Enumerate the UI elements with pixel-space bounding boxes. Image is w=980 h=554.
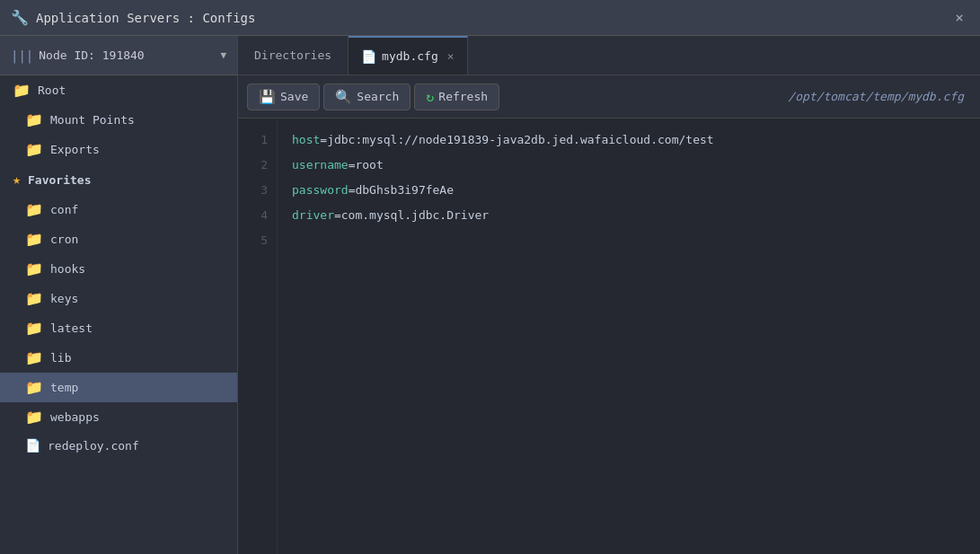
code-key: driver <box>292 206 334 225</box>
title-bar-close-button[interactable]: × <box>949 7 969 28</box>
refresh-icon: ↻ <box>426 89 434 105</box>
code-eq: = <box>334 206 341 225</box>
code-val: com.mysql.jdbc.Driver <box>341 206 489 225</box>
sidebar-item-label: latest <box>50 321 93 335</box>
dropdown-arrow-icon: ▼ <box>220 49 226 61</box>
sidebar-item-temp[interactable]: 📁temp <box>0 373 237 402</box>
sidebar-item-label: Exports <box>50 143 100 156</box>
folder-icon: 📁 <box>25 231 43 248</box>
sidebar: ||| Node ID: 191840 ▼ 📁Root📁Mount Points… <box>0 36 238 554</box>
file-icon: 📄 <box>25 438 40 453</box>
tab-directories-label: Directories <box>254 48 331 62</box>
title-bar-text: Application Servers : Configs <box>36 11 942 25</box>
sidebar-item-keys[interactable]: 📁keys <box>0 284 237 313</box>
line-number: 3 <box>238 178 277 203</box>
line-number: 2 <box>238 153 277 178</box>
sidebar-item-lib[interactable]: 📁lib <box>0 343 237 373</box>
sidebar-item-redeploy-conf[interactable]: 📄redeploy.conf <box>0 432 237 459</box>
sidebar-item-label: conf <box>50 203 78 216</box>
code-val: dbGhsb3i97feAe <box>355 180 454 200</box>
folder-icon: 📁 <box>25 201 43 218</box>
sidebar-item-webapps[interactable]: 📁webapps <box>0 402 237 432</box>
save-label: Save <box>280 90 308 103</box>
sidebar-item-latest[interactable]: 📁latest <box>0 313 237 343</box>
sidebar-item-mount-points[interactable]: 📁Mount Points <box>0 105 237 135</box>
tab-file-close-button[interactable]: × <box>447 49 455 63</box>
sidebar-item-exports[interactable]: 📁Exports <box>0 135 237 164</box>
editor-area: 12345 host=jdbc:mysql://node191839-java2… <box>238 119 980 554</box>
code-line: driver=com.mysql.jdbc.Driver <box>292 203 966 228</box>
folder-icon: 📁 <box>25 320 43 337</box>
sidebar-item-label: lib <box>50 351 71 365</box>
sidebar-item-label: temp <box>50 381 78 394</box>
sidebar-item-label: redeploy.conf <box>48 439 139 453</box>
code-key: host <box>292 130 320 150</box>
node-selector-text: Node ID: 191840 <box>39 48 215 62</box>
folder-icon: 📁 <box>13 82 31 99</box>
line-number: 5 <box>238 228 277 253</box>
folder-icon: 📁 <box>25 141 43 158</box>
sidebar-item-conf[interactable]: 📁conf <box>0 195 237 224</box>
sidebar-header-favorites-header: ★Favorites <box>0 164 237 195</box>
sidebar-item-label: webapps <box>50 410 100 424</box>
sidebar-tree: 📁Root📁Mount Points📁Exports★Favorites📁con… <box>0 75 237 459</box>
node-selector[interactable]: ||| Node ID: 191840 ▼ <box>0 36 237 75</box>
file-path: /opt/tomcat/temp/mydb.cfg <box>503 90 971 103</box>
code-val: root <box>355 155 383 175</box>
favorites-star-icon: ★ <box>13 171 21 188</box>
code-line: password=dbGhsb3i97feAe <box>292 178 966 203</box>
sidebar-item-label: Mount Points <box>50 113 135 127</box>
line-number: 4 <box>238 203 277 228</box>
sidebar-item-label: cron <box>50 233 78 246</box>
main-container: ||| Node ID: 191840 ▼ 📁Root📁Mount Points… <box>0 36 980 554</box>
sidebar-item-root[interactable]: 📁Root <box>0 75 237 105</box>
folder-icon: 📁 <box>25 111 43 128</box>
refresh-label: Refresh <box>438 90 488 103</box>
code-content[interactable]: host=jdbc:mysql://node191839-java2db.jed… <box>278 119 980 554</box>
folder-icon: 📁 <box>25 290 43 307</box>
folder-icon: 📁 <box>25 409 43 426</box>
search-label: Search <box>357 90 399 103</box>
line-numbers: 12345 <box>238 119 278 554</box>
code-line: username=root <box>292 153 966 178</box>
tab-bar: Directories 📄 mydb.cfg × <box>238 36 980 75</box>
sidebar-item-label: keys <box>50 292 78 305</box>
title-bar: 🔧 Application Servers : Configs × <box>0 0 980 36</box>
code-eq: = <box>320 130 327 150</box>
code-key: username <box>292 155 349 175</box>
sidebar-item-hooks[interactable]: 📁hooks <box>0 254 237 284</box>
code-line <box>292 228 966 253</box>
folder-icon: 📁 <box>25 379 43 396</box>
code-eq: = <box>349 180 356 200</box>
code-line: host=jdbc:mysql://node191839-java2db.jed… <box>292 128 966 153</box>
search-button[interactable]: 🔍 Search <box>323 84 411 110</box>
node-selector-icon: ||| <box>11 48 33 63</box>
refresh-button[interactable]: ↻ Refresh <box>414 84 499 110</box>
code-val: jdbc:mysql://node191839-java2db.jed.wafa… <box>327 130 713 150</box>
tab-file-icon: 📄 <box>361 49 376 64</box>
save-button[interactable]: 💾 Save <box>247 84 320 110</box>
tab-directories[interactable]: Directories <box>238 36 349 75</box>
sidebar-item-label: hooks <box>50 262 85 276</box>
code-key: password <box>292 180 349 200</box>
folder-icon: 📁 <box>25 260 43 277</box>
save-icon: 💾 <box>259 89 276 105</box>
sidebar-item-label: Root <box>38 84 66 97</box>
sidebar-item-cron[interactable]: 📁cron <box>0 224 237 254</box>
app-icon: 🔧 <box>11 9 29 26</box>
folder-icon: 📁 <box>25 349 43 366</box>
search-icon: 🔍 <box>335 89 352 105</box>
tab-file-mydb[interactable]: 📄 mydb.cfg × <box>349 36 467 75</box>
toolbar: 💾 Save 🔍 Search ↻ Refresh /opt/tomcat/te… <box>238 75 980 119</box>
content-area: Directories 📄 mydb.cfg × 💾 Save 🔍 Search… <box>238 36 980 554</box>
line-number: 1 <box>238 128 277 153</box>
code-eq: = <box>349 155 356 175</box>
tab-file-label: mydb.cfg <box>382 49 438 63</box>
